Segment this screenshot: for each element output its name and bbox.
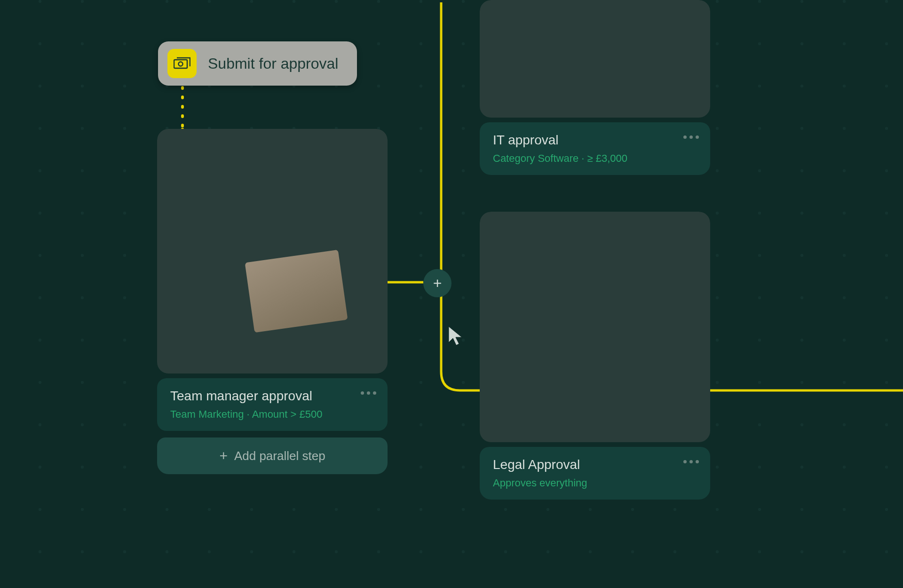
add-parallel-step-button[interactable]: + Add parallel step [157, 437, 388, 474]
step-subtitle: Approves everything [493, 477, 697, 489]
step-title: IT approval [493, 133, 697, 148]
submit-label: Submit for approval [208, 55, 338, 72]
step-card-legal-approval[interactable]: Legal Approval Approves everything [480, 212, 710, 500]
svg-point-1 [179, 62, 183, 66]
step-info: IT approval Category Software · ≥ £3,000 [480, 122, 710, 175]
more-icon[interactable] [361, 391, 376, 395]
step-card-team-manager[interactable]: Team manager approval Team Marketing · A… [157, 129, 388, 474]
step-subtitle: Category Software · ≥ £3,000 [493, 152, 697, 165]
approver-photo [157, 129, 388, 373]
more-icon[interactable] [683, 460, 699, 463]
step-info: Legal Approval Approves everything [480, 447, 710, 500]
approver-photo [480, 0, 710, 118]
step-title: Legal Approval [493, 457, 697, 472]
workflow-canvas[interactable]: Submit for approval Team manager approva… [0, 0, 903, 588]
step-title: Team manager approval [170, 389, 374, 404]
cursor-icon [447, 326, 464, 342]
svg-rect-0 [174, 60, 187, 68]
add-branch-node[interactable]: + [423, 269, 452, 297]
step-info: Team manager approval Team Marketing · A… [157, 378, 388, 431]
more-icon[interactable] [683, 135, 699, 139]
step-subtitle: Team Marketing · Amount > £500 [170, 408, 374, 421]
step-card-it-approval[interactable]: IT approval Category Software · ≥ £3,000 [480, 0, 710, 175]
plus-icon: + [219, 448, 228, 464]
approver-photo [480, 212, 710, 442]
add-parallel-label: Add parallel step [234, 449, 325, 463]
submit-for-approval-pill[interactable]: Submit for approval [158, 41, 357, 86]
cash-icon [167, 49, 197, 78]
